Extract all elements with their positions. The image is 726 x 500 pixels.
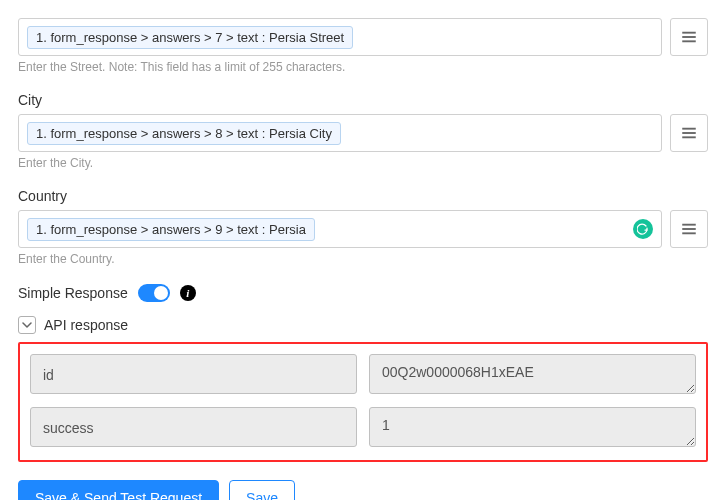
api-value-input[interactable] (369, 407, 696, 447)
street-helper: Enter the Street. Note: This field has a… (18, 60, 708, 74)
chevron-down-icon (22, 320, 32, 330)
api-response-row: success (30, 407, 696, 450)
svg-rect-4 (682, 132, 696, 134)
country-input[interactable]: 1. form_response > answers > 9 > text : … (18, 210, 662, 248)
street-menu-button[interactable] (670, 18, 708, 56)
city-pill[interactable]: 1. form_response > answers > 8 > text : … (27, 122, 341, 145)
save-button[interactable]: Save (229, 480, 295, 500)
svg-rect-1 (682, 36, 696, 38)
simple-response-label: Simple Response (18, 285, 128, 301)
country-label: Country (18, 188, 708, 204)
menu-icon (680, 220, 698, 238)
api-response-box: id success (18, 342, 708, 462)
svg-rect-0 (682, 32, 696, 34)
api-key-input[interactable]: id (30, 354, 357, 394)
info-icon[interactable]: i (180, 285, 196, 301)
city-label: City (18, 92, 708, 108)
svg-rect-6 (682, 224, 696, 226)
api-response-expand-button[interactable] (18, 316, 36, 334)
menu-icon (680, 28, 698, 46)
svg-rect-5 (682, 136, 696, 138)
city-menu-button[interactable] (670, 114, 708, 152)
city-helper: Enter the City. (18, 156, 708, 170)
field-street: 1. form_response > answers > 7 > text : … (18, 18, 708, 74)
api-response-header: API response (18, 316, 708, 334)
field-country: Country 1. form_response > answers > 9 >… (18, 188, 708, 266)
svg-rect-8 (682, 232, 696, 234)
country-menu-button[interactable] (670, 210, 708, 248)
button-row: Save & Send Test Request Save (18, 480, 708, 500)
save-send-button[interactable]: Save & Send Test Request (18, 480, 219, 500)
simple-response-row: Simple Response i (18, 284, 708, 302)
svg-rect-7 (682, 228, 696, 230)
menu-icon (680, 124, 698, 142)
api-response-title: API response (44, 317, 128, 333)
street-pill[interactable]: 1. form_response > answers > 7 > text : … (27, 26, 353, 49)
field-city: City 1. form_response > answers > 8 > te… (18, 92, 708, 170)
country-helper: Enter the Country. (18, 252, 708, 266)
street-input[interactable]: 1. form_response > answers > 7 > text : … (18, 18, 662, 56)
svg-rect-3 (682, 128, 696, 130)
grammarly-icon[interactable] (633, 219, 653, 239)
simple-response-toggle[interactable] (138, 284, 170, 302)
country-pill[interactable]: 1. form_response > answers > 9 > text : … (27, 218, 315, 241)
city-input[interactable]: 1. form_response > answers > 8 > text : … (18, 114, 662, 152)
api-key-input[interactable]: success (30, 407, 357, 447)
api-response-row: id (30, 354, 696, 397)
svg-rect-2 (682, 40, 696, 42)
api-value-input[interactable] (369, 354, 696, 394)
